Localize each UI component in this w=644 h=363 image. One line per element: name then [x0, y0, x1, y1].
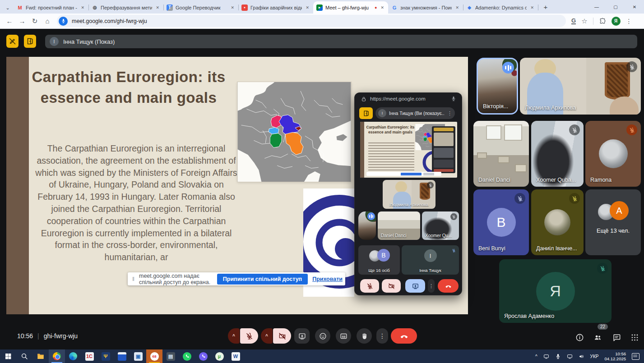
close-tab-icon[interactable]: ✕ [454, 5, 460, 11]
tab-gmail[interactable]: M Fwd: проектний план - yarad ✕ [14, 1, 88, 14]
app-save-icon[interactable] [114, 349, 130, 363]
chrome-icon[interactable] [49, 349, 65, 363]
tray-mic-icon[interactable] [555, 354, 561, 359]
close-tab-icon[interactable]: ✕ [80, 5, 85, 11]
app-calc-icon[interactable]: ▤ [162, 349, 179, 363]
participants-button[interactable] [592, 332, 603, 343]
stop-sharing-button[interactable]: Припинити спільний доступ [217, 274, 308, 285]
tile-viktoria[interactable]: Вікторія... [477, 58, 518, 115]
bookmark-icon[interactable]: ☆ [581, 17, 587, 25]
app-emblem-icon[interactable]: Ψ [97, 349, 114, 363]
tile-more-people[interactable]: A Ещё 13 чел. [585, 189, 641, 255]
chat-button[interactable] [611, 332, 622, 343]
taskbar-search-icon[interactable] [16, 349, 32, 363]
mic-muted-button[interactable] [240, 328, 258, 344]
back-button[interactable]: ← [4, 17, 15, 25]
more-options-button[interactable]: ⋮ [376, 328, 388, 344]
file-explorer-icon[interactable] [32, 349, 49, 363]
menu-dots-icon[interactable]: ⋮ [447, 110, 452, 116]
mic-permission-icon[interactable] [59, 17, 68, 26]
tab-search-icon[interactable]: ⌄ [2, 2, 14, 14]
activities-button[interactable] [629, 332, 640, 343]
close-window-button[interactable]: ✕ [625, 5, 644, 9]
pip-tile-xoomer[interactable]: Xoomer Qu... [422, 211, 459, 240]
annotation-off-button[interactable] [6, 35, 19, 48]
language-indicator[interactable]: УКР [590, 354, 599, 359]
close-tab-icon[interactable]: ✕ [529, 5, 535, 11]
tab-google-search[interactable]: G знак умножения - Поиск в Go ✕ [388, 1, 463, 14]
pip-present-button[interactable] [405, 279, 425, 293]
minimize-button[interactable]: — [587, 5, 606, 9]
recording-indicator-icon: ● [375, 5, 377, 10]
close-tab-icon[interactable]: ✕ [230, 5, 235, 11]
exit-extension-button[interactable] [24, 35, 36, 48]
close-tab-icon[interactable]: ✕ [155, 5, 160, 11]
presenter-name: Інна Тищук (Ви (показує... [389, 110, 445, 116]
pip-more-options-icon[interactable]: ⋮ [428, 279, 435, 293]
hide-banner-link[interactable]: Приховати [312, 276, 343, 282]
viber-icon[interactable] [195, 349, 211, 363]
tab-adamenko[interactable]: ◆ Adamenko: Dynamics of forest ✕ [463, 1, 538, 14]
tray-network-icon[interactable] [567, 354, 573, 359]
exit-extension-button[interactable] [359, 107, 373, 119]
tile-lyudmila[interactable]: Людмила Архипова [520, 58, 641, 115]
camera-off-button[interactable] [273, 328, 291, 344]
end-call-button[interactable] [391, 328, 417, 344]
utorrent-icon[interactable]: µ [211, 349, 227, 363]
meet-pip-window[interactable]: https://meet.google.com І Інна Тищук (Ви… [354, 92, 462, 295]
tile-daniil[interactable]: Даниіл Іванче... [531, 189, 584, 255]
close-tab-icon[interactable]: ✕ [380, 5, 385, 11]
tab-outage-schedules[interactable]: ▪ Графіки аварійних відключен ✕ [238, 1, 313, 14]
new-tab-button[interactable]: + [540, 1, 551, 13]
raise-hand-button[interactable] [357, 328, 372, 344]
browser-menu-icon[interactable]: ⋮ [626, 18, 632, 25]
pip-end-call-button[interactable] [438, 279, 459, 293]
profile-avatar[interactable]: Я [612, 17, 621, 26]
tab-paraphrase[interactable]: ⊕ Перефразування мети проєкт ✕ [88, 1, 163, 14]
address-bar[interactable]: meet.google.com/ghi-fwrg-wju [57, 15, 566, 27]
app-orange-icon[interactable]: 68 [146, 349, 162, 363]
home-button[interactable]: ⌂ [42, 17, 53, 25]
tray-chevron-icon[interactable]: ^ [535, 354, 537, 359]
pip-camera-button[interactable] [382, 279, 401, 293]
notifications-icon[interactable] [632, 353, 639, 360]
app-1c-icon[interactable]: 1С [81, 349, 97, 363]
mic-icon [451, 96, 456, 101]
reactions-button[interactable] [315, 328, 330, 344]
pip-tile-more[interactable]: B Ще 16 осіб [358, 245, 400, 275]
start-button[interactable] [0, 349, 16, 363]
pip-tile-lyudmila[interactable]: Людмила Архипова [383, 180, 436, 209]
taskbar-clock[interactable]: 10:56 04.12.2025 [604, 351, 626, 361]
presenter-banner[interactable]: І Інна Тищук (Показ) [45, 35, 637, 48]
tile-xoomer[interactable]: Xoomer Quba... [531, 121, 584, 187]
captions-button[interactable] [336, 328, 351, 344]
edge-icon[interactable] [65, 349, 81, 363]
reload-button[interactable]: ↻ [29, 17, 41, 25]
tray-volume-icon[interactable] [579, 354, 584, 359]
url-text[interactable]: meet.google.com/ghi-fwrg-wju [72, 18, 147, 24]
pip-tile-self[interactable]: І Інна Тищук [402, 245, 459, 275]
tile-beni[interactable]: B Beni Bunyi [473, 189, 529, 255]
close-tab-icon[interactable]: ✕ [305, 5, 310, 11]
pip-tile-daniel[interactable]: Daniel Danci [378, 211, 420, 240]
translate-page-icon[interactable]: G [571, 18, 576, 24]
tab-meet-active[interactable]: ▸ Meet – ghi-fwrg-wju ● ✕ [313, 1, 388, 14]
meeting-info-button[interactable] [574, 332, 585, 343]
tile-daniel[interactable]: Daniel Danci [473, 121, 529, 187]
word-icon[interactable]: W [227, 349, 244, 363]
tab-translate[interactable]: T Google Переводчик ✕ [163, 1, 238, 14]
pip-presenter-banner[interactable]: І Інна Тищук (Ви (показує... ⋮ [375, 107, 455, 119]
present-button[interactable] [294, 328, 310, 344]
tile-yaroslav[interactable]: Я Ярослав Адаменко [499, 259, 612, 323]
forward-button[interactable]: → [16, 17, 28, 25]
extensions-icon[interactable] [599, 18, 606, 25]
app-blue-icon[interactable]: ▣ [130, 349, 146, 363]
maximize-button[interactable]: ▢ [606, 5, 625, 9]
pip-mic-button[interactable] [360, 279, 379, 293]
whatsapp-icon[interactable] [179, 349, 195, 363]
camera-options-chevron[interactable]: ^ [261, 328, 273, 344]
pip-tile-viktoria[interactable] [358, 211, 376, 240]
tray-display-icon[interactable] [543, 354, 549, 359]
mic-options-chevron[interactable]: ^ [228, 328, 240, 344]
tile-ramona[interactable]: Ramona [585, 121, 641, 187]
